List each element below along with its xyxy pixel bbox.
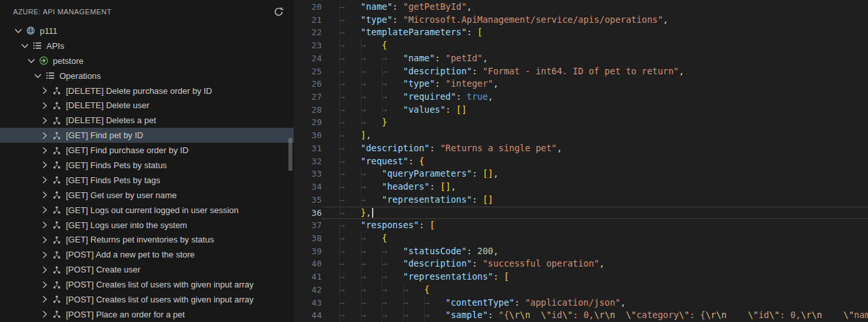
sidebar-scrollbar-thumb[interactable] [288,138,292,171]
tree-item[interactable]: APIs [0,38,294,53]
code-line[interactable]: 31→"description": "Returns a single pet"… [294,142,868,155]
code-line[interactable]: 24→→→"name": "petId", [294,52,868,65]
tree-item-label: [GET] Returns pet inventories by status [66,235,214,244]
token-s: "application/json" [525,297,620,308]
code-content: →→→"values": [] [322,104,868,117]
code-content: →→→"description": "Format - int64. ID of… [322,65,868,78]
code-line[interactable]: 20→"name": "getPetById", [294,1,868,14]
code-line[interactable]: 30→], [294,129,868,142]
chevron-right-icon[interactable] [39,280,50,290]
token-k: "description" [403,258,473,269]
tree-item-label: [GET] Logs user into the system [66,220,187,230]
chevron-right-icon[interactable] [39,175,50,185]
code-line[interactable]: 42→→→→{ [294,284,868,297]
tab-whitespace-icon: → [339,219,361,232]
chevron-right-icon[interactable] [39,309,50,319]
token-p: , [493,246,499,256]
tree-item[interactable]: Operations [0,68,294,83]
tab-whitespace-icon: → [361,309,382,322]
code-line[interactable]: 32→"request": { [294,155,868,168]
token-p: : [493,271,504,282]
token-kw: true [467,91,488,102]
line-number: 42 [294,284,322,297]
chevron-right-icon[interactable] [39,130,50,141]
code-line[interactable]: 43→→→→→"contentType": "application/json"… [294,297,868,310]
apim-sidebar: AZURE: API MANAGEMENT p111APIspetstoreOp… [0,0,294,322]
code-line[interactable]: 22→"templateParameters": [ [294,26,868,39]
chevron-right-icon[interactable] [39,100,50,111]
code-line[interactable]: 37→"responses": [ [294,219,868,232]
tree-item-label: petstore [53,56,84,66]
tree-item[interactable]: [GET] Returns pet inventories by status [0,232,294,247]
tree-item[interactable]: [POST] Add a new pet to the store [0,247,294,262]
code-line[interactable]: 44→→→→→"sample": "{\r\n \"id\": 0,\r\n \… [294,309,868,322]
tree-item[interactable]: [GET] Find purchase order by ID [0,143,294,158]
code-line[interactable]: 29→→} [294,116,868,129]
tab-whitespace-icon: → [382,309,403,322]
tree-item[interactable]: [GET] Finds Pets by status [0,158,294,173]
token-k: "values" [403,104,446,115]
tab-whitespace-icon: → [382,271,403,284]
tree-item[interactable]: p111 [0,23,294,38]
code-line[interactable]: 28→→→"values": [] [294,104,868,117]
chevron-right-icon[interactable] [39,85,50,96]
code-content: →], [322,129,868,142]
tree-item[interactable]: [POST] Place an order for a pet [0,307,294,322]
code-line[interactable]: 21→"type": "Microsoft.ApiManagement/serv… [294,14,868,27]
tab-whitespace-icon: → [339,168,361,181]
chevron-down-icon[interactable] [26,55,37,66]
chevron-right-icon[interactable] [39,250,50,260]
code-line[interactable]: 26→→→"type": "integer", [294,78,868,91]
tree-item-label: [DELETE] Delete purchase order by ID [66,86,212,96]
tree-item[interactable]: [GET] Get user by user name [0,188,294,203]
chevron-right-icon[interactable] [39,190,50,200]
chevron-right-icon[interactable] [39,294,50,304]
code-line[interactable]: 25→→→"description": "Format - int64. ID … [294,65,868,78]
chevron-right-icon[interactable] [39,205,50,215]
token-p: , [451,181,456,192]
code-line[interactable]: 33→→"queryParameters": [], [294,168,868,181]
tree-item[interactable]: [POST] Creates list of users with given … [0,292,294,307]
code-line[interactable]: 41→→→"representations": [ [294,271,868,284]
chevron-down-icon[interactable] [20,40,30,51]
code-line[interactable]: 36→}, [294,207,868,220]
tree-item[interactable]: [GET] Logs out current logged in user se… [0,203,294,218]
refresh-icon[interactable] [271,5,286,19]
line-number: 29 [294,116,322,129]
tree-item[interactable]: petstore [0,53,294,68]
editor-pane[interactable]: 20→"name": "getPetById",21→"type": "Micr… [294,0,868,322]
line-number: 24 [294,52,322,65]
code-line[interactable]: 35→→"representations": [] [294,194,868,207]
code-content: →"request": { [322,155,868,168]
chevron-right-icon[interactable] [39,115,50,126]
tab-whitespace-icon: → [403,309,425,322]
chevron-right-icon[interactable] [39,160,50,170]
code-line[interactable]: 23→→{ [294,39,868,52]
tree-item[interactable]: [DELETE] Delete user [0,98,294,113]
tree-item[interactable]: [POST] Create user [0,262,294,277]
operation-icon [52,294,62,304]
chevron-down-icon[interactable] [33,70,43,81]
tree-item[interactable]: [GET] Find pet by ID [0,128,294,143]
operation-icon [52,85,62,96]
chevron-right-icon[interactable] [39,265,50,275]
chevron-right-icon[interactable] [39,220,50,230]
chevron-right-icon[interactable] [39,145,50,156]
chevron-down-icon[interactable] [13,25,23,36]
chevron-right-icon[interactable] [39,235,50,245]
tree-item[interactable]: [DELETE] Deletes a pet [0,113,294,128]
code-line[interactable]: 40→→→"description": "successful operatio… [294,257,868,271]
tab-whitespace-icon: → [339,257,361,271]
tab-whitespace-icon: → [424,309,446,322]
line-number: 20 [294,1,322,14]
code-line[interactable]: 38→→{ [294,232,868,245]
tree-item[interactable]: [GET] Logs user into the system [0,218,294,233]
code-line[interactable]: 27→→→"required": true, [294,91,868,104]
operation-icon [52,130,62,141]
tree-item[interactable]: [POST] Creates list of users with given … [0,277,294,292]
token-s: "Returns a single pet" [440,143,557,153]
tree-item[interactable]: [DELETE] Delete purchase order by ID [0,83,294,98]
tree-item[interactable]: [GET] Finds Pets by tags [0,173,294,188]
code-line[interactable]: 34→→"headers": [], [294,181,868,194]
code-line[interactable]: 39→→→"statusCode": 200, [294,245,868,258]
